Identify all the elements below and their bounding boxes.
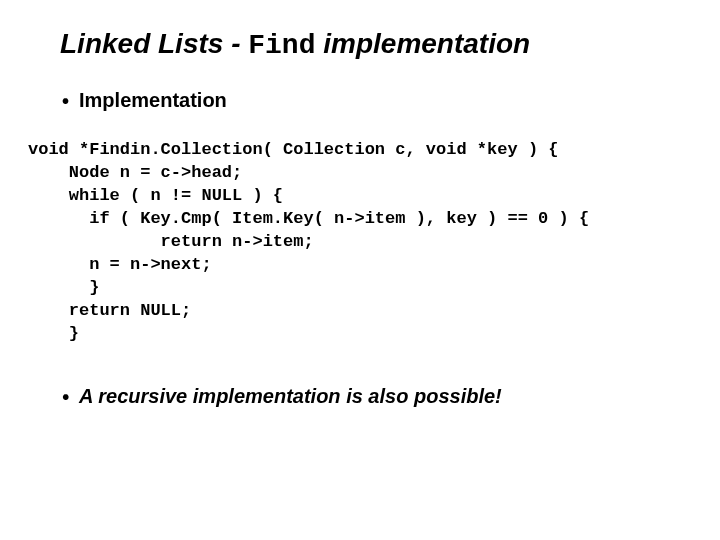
bullet-dot: • (62, 89, 69, 113)
bullet-recursive: • A recursive implementation is also pos… (62, 385, 700, 409)
title-prefix: Linked Lists - (60, 28, 248, 59)
bullet-text-2: A recursive implementation is also possi… (79, 385, 502, 408)
code-line-3: while ( n != NULL ) { (28, 186, 283, 205)
code-line-8: return NULL; (28, 301, 191, 320)
bullet-implementation: • Implementation (62, 89, 700, 113)
bullet-dot-2: • (62, 385, 69, 409)
title-code: Find (248, 30, 315, 61)
code-line-6: n = n->next; (28, 255, 212, 274)
code-block: void *Findin.Collection( Collection c, v… (28, 139, 700, 345)
code-line-1: void *Findin.Collection( Collection c, v… (28, 140, 559, 159)
code-line-4: if ( Key.Cmp( Item.Key( n->item ), key )… (28, 209, 589, 228)
title-suffix: implementation (315, 28, 530, 59)
code-line-2: Node n = c->head; (28, 163, 242, 182)
code-line-5: return n->item; (28, 232, 314, 251)
code-line-9: } (28, 324, 79, 343)
code-line-7: } (28, 278, 99, 297)
slide-title: Linked Lists - Find implementation (60, 28, 700, 61)
bullet-text: Implementation (79, 89, 227, 112)
